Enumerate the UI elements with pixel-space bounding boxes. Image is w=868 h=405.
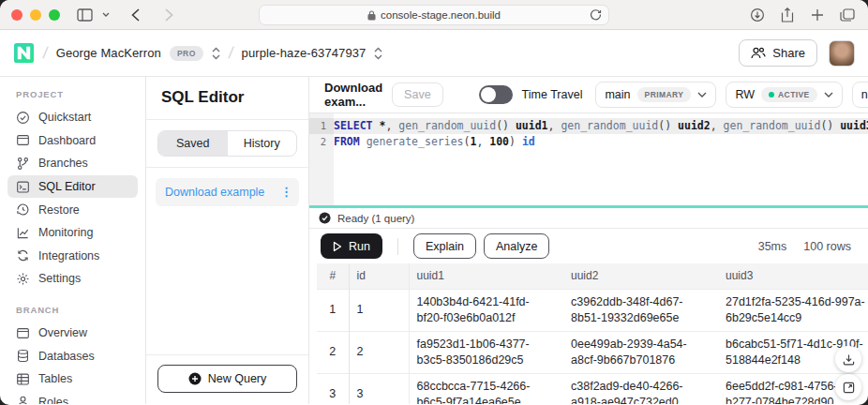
- database-icon: [16, 349, 30, 363]
- chevron-down-icon: [824, 92, 833, 98]
- tab-saved[interactable]: Saved: [158, 131, 228, 156]
- user-avatar[interactable]: [829, 40, 855, 67]
- branch-dropdown[interactable]: main PRIMARY: [595, 82, 716, 108]
- neon-logo[interactable]: [13, 42, 35, 64]
- active-badge: ACTIVE: [761, 87, 817, 102]
- plus-circle-icon: [188, 372, 202, 385]
- history-clock-icon: [16, 202, 30, 217]
- editor-toolbar: Download exam... Save Time Travel main P…: [309, 77, 868, 113]
- breadcrumb-separator: /: [227, 44, 234, 63]
- time-travel-toggle[interactable]: [479, 85, 513, 104]
- window-icon: [16, 133, 30, 147]
- tab-overview-icon[interactable]: [836, 4, 859, 26]
- sidebar-item-integrations[interactable]: Integrations: [7, 245, 138, 268]
- database-dropdown[interactable]: neondb: [852, 82, 868, 108]
- query-row-count: 100 rows: [803, 240, 851, 253]
- code-line[interactable]: 2FROM generate_series(1, 100) id: [309, 134, 868, 150]
- run-button[interactable]: Run: [321, 233, 382, 259]
- table-row[interactable]: 2 2 fa9523d1-1b06-4377-b3c5-8350186d29c5…: [317, 331, 868, 373]
- sidebar-item-overview[interactable]: Overview: [7, 322, 138, 345]
- traffic-lights: [11, 9, 60, 21]
- project-section-label: PROJECT: [16, 89, 145, 99]
- saved-query-item[interactable]: Download example ⋮: [156, 178, 299, 206]
- sidebar-item-roles[interactable]: Roles: [7, 391, 138, 404]
- zoom-window-button[interactable]: [49, 9, 60, 21]
- results-table-container: # id uuid1 uuid2 uuid3 1 1 140b3b4d-6421…: [309, 263, 868, 404]
- sql-editor-icon: [16, 180, 30, 194]
- window-icon: [16, 326, 30, 340]
- query-actions: Run Explain Analyze 35ms 100 rows: [309, 229, 868, 263]
- code-text: SELECT *, gen_random_uuid() uuid1, gen_r…: [334, 118, 868, 134]
- sidebar-item-restore[interactable]: Restore: [7, 198, 138, 221]
- column-header-uuid3[interactable]: uuid3: [718, 263, 868, 289]
- sidebar-item-tables[interactable]: Tables: [7, 368, 138, 391]
- sidebar-item-branches[interactable]: Branches: [7, 152, 138, 175]
- compute-dropdown[interactable]: RW ACTIVE: [726, 82, 842, 108]
- download-icon: [843, 353, 855, 366]
- sidebar-item-quickstart[interactable]: Quickstart: [7, 106, 138, 129]
- sidebar-item-dashboard[interactable]: Dashboard: [7, 129, 138, 153]
- tab-history[interactable]: History: [228, 131, 297, 156]
- address-bar[interactable]: console-stage.neon.build: [259, 5, 609, 25]
- line-number: 2: [309, 134, 334, 150]
- sidebar-toggle-icon[interactable]: [73, 4, 96, 26]
- sidebar-item-settings[interactable]: Settings: [7, 267, 138, 291]
- query-duration: 35ms: [758, 240, 787, 253]
- table-grid-icon: [16, 372, 30, 386]
- column-header-uuid2[interactable]: uuid2: [563, 263, 718, 289]
- table-row[interactable]: 3 3 68ccbcca-7715-4266-b6c5-9f7a14ea6e5e…: [317, 373, 868, 404]
- query-menu-icon[interactable]: ⋮: [280, 190, 292, 194]
- primary-badge: PRIMARY: [637, 87, 692, 102]
- column-header-uuid1[interactable]: uuid1: [409, 263, 563, 289]
- app-header: / George MacKerron PRO / purple-haze-637…: [0, 30, 868, 77]
- new-query-button[interactable]: New Query: [157, 365, 297, 393]
- project-name[interactable]: purple-haze-63747937: [242, 46, 367, 60]
- url-text: console-stage.neon.build: [381, 9, 501, 21]
- downloads-icon[interactable]: [746, 4, 769, 26]
- back-button[interactable]: [124, 4, 146, 26]
- play-icon: [333, 241, 342, 252]
- sidebar-chevron-icon[interactable]: [99, 4, 112, 26]
- share-button[interactable]: Share: [739, 39, 817, 67]
- column-header-id[interactable]: id: [349, 263, 409, 289]
- new-tab-icon[interactable]: [806, 4, 829, 26]
- code-line[interactable]: 1SELECT *, gen_random_uuid() uuid1, gen_…: [309, 118, 868, 134]
- column-header-hash[interactable]: #: [317, 263, 349, 289]
- analyze-button[interactable]: Analyze: [484, 233, 549, 259]
- sql-editor-panel: SQL Editor Saved History Download exampl…: [146, 77, 309, 404]
- check-circle-icon: [16, 111, 30, 125]
- results-table: # id uuid1 uuid2 uuid3 1 1 140b3b4d-6421…: [317, 263, 868, 404]
- reload-icon[interactable]: [590, 8, 602, 21]
- expand-results-button[interactable]: [835, 374, 861, 400]
- breadcrumb-separator: /: [42, 44, 50, 63]
- close-window-button[interactable]: [11, 9, 22, 21]
- download-results-button[interactable]: [835, 346, 861, 372]
- sidebar-item-monitoring[interactable]: Monitoring: [7, 221, 138, 245]
- query-metrics: 35ms 100 rows: [758, 240, 857, 253]
- saved-history-tabs: Saved History: [157, 130, 297, 157]
- share-page-icon[interactable]: [776, 4, 799, 26]
- org-selector-icon[interactable]: [212, 47, 220, 60]
- explain-button[interactable]: Explain: [413, 233, 476, 259]
- gear-icon: [16, 272, 30, 286]
- ready-text: Ready (1 query): [337, 213, 414, 224]
- sql-code-editor[interactable]: 1SELECT *, gen_random_uuid() uuid1, gen_…: [309, 113, 868, 205]
- sync-arrows-icon: [16, 248, 30, 262]
- lock-icon: [367, 10, 376, 21]
- time-travel-label: Time Travel: [522, 88, 583, 101]
- pro-badge: PRO: [170, 46, 203, 61]
- table-row[interactable]: 1 1 140b3b4d-6421-41fd-bf20-f03e6b0a012f…: [317, 289, 868, 331]
- sidebar-item-databases[interactable]: Databases: [7, 344, 138, 368]
- saved-query-name: Download example: [165, 186, 280, 199]
- expand-icon: [843, 382, 855, 394]
- project-selector-icon[interactable]: [374, 47, 382, 60]
- share-button-label: Share: [772, 46, 805, 60]
- panel-title: SQL Editor: [146, 77, 308, 120]
- org-name[interactable]: George MacKerron: [56, 46, 161, 60]
- query-title: Download exam...: [324, 81, 382, 109]
- sidebar-item-sql-editor[interactable]: SQL Editor: [7, 175, 138, 199]
- save-button[interactable]: Save: [392, 82, 443, 107]
- forward-button[interactable]: [157, 4, 180, 26]
- saved-query-list: Download example ⋮: [146, 168, 308, 354]
- minimize-window-button[interactable]: [30, 9, 41, 21]
